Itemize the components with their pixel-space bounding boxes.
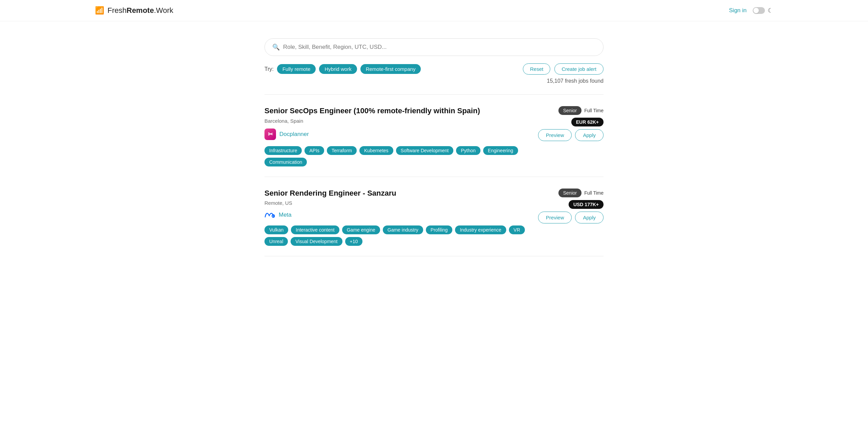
tags-row-1: Infrastructure APIs Terraform Kubernetes… — [264, 146, 529, 166]
type-badge-1: Full Time — [584, 108, 604, 113]
theme-toggle[interactable] — [753, 7, 765, 14]
job-left-2: Senior Rendering Engineer - Sanzaru Remo… — [264, 189, 529, 246]
company-row-2: Meta — [264, 211, 529, 219]
company-logo-1: ✂ — [264, 129, 276, 140]
job-location-1: Barcelona, Spain — [264, 118, 529, 124]
level-badge-1: Senior — [558, 106, 581, 115]
apply-button-1[interactable]: Apply — [575, 129, 604, 141]
create-alert-button[interactable]: Create job alert — [554, 63, 604, 75]
company-name-2[interactable]: Meta — [279, 212, 292, 218]
apply-button-2[interactable]: Apply — [575, 212, 604, 223]
tag-apis[interactable]: APIs — [304, 146, 324, 155]
tag-vr[interactable]: VR — [509, 225, 525, 234]
tag-game-engine[interactable]: Game engine — [342, 225, 380, 234]
tag-visual-development[interactable]: Visual Development — [291, 237, 342, 246]
tag-kubernetes[interactable]: Kubernetes — [359, 146, 393, 155]
job-right-1: Senior Full Time EUR 62K+ Preview Apply — [536, 106, 604, 141]
job-left-1: Senior SecOps Engineer (100% remote-frie… — [264, 106, 529, 166]
main-content: 🔍 Try: Fully remote Hybrid work Remote-f… — [258, 21, 610, 292]
moon-icon: ☾ — [768, 7, 773, 14]
job-title-2: Senior Rendering Engineer - Sanzaru — [264, 189, 529, 198]
search-icon: 🔍 — [272, 43, 280, 51]
tag-python[interactable]: Python — [456, 146, 480, 155]
jobs-count: 15,107 fresh jobs found — [264, 78, 604, 84]
salary-badge-1: EUR 62K+ — [571, 118, 604, 126]
try-chips-area: Try: Fully remote Hybrid work Remote-fir… — [264, 64, 421, 74]
try-label: Try: — [264, 66, 274, 72]
job-location-2: Remote, US — [264, 200, 529, 206]
tag-vulkan[interactable]: Vulkan — [264, 225, 288, 234]
tag-profiling[interactable]: Profiling — [426, 225, 453, 234]
wifi-icon: 📶 — [95, 6, 104, 15]
tag-engineering[interactable]: Engineering — [483, 146, 518, 155]
job-title-1: Senior SecOps Engineer (100% remote-frie… — [264, 106, 529, 116]
tag-infrastructure[interactable]: Infrastructure — [264, 146, 302, 155]
level-badge-2: Senior — [558, 189, 581, 197]
action-row-1: Preview Apply — [538, 129, 604, 141]
salary-badge-2: USD 177K+ — [569, 200, 604, 209]
tag-more[interactable]: +10 — [345, 237, 363, 246]
type-badge-2: Full Time — [584, 190, 604, 196]
logo-text: FreshRemote.Work — [107, 6, 173, 15]
tag-game-industry[interactable]: Game industry — [383, 225, 423, 234]
tag-industry-experience[interactable]: Industry experience — [455, 225, 506, 234]
chip-remote-first[interactable]: Remote-first company — [360, 64, 421, 74]
sign-in-link[interactable]: Sign in — [729, 7, 747, 14]
filter-row: Try: Fully remote Hybrid work Remote-fir… — [264, 63, 604, 75]
tag-software-development[interactable]: Software Development — [396, 146, 454, 155]
job-right-2: Senior Full Time USD 177K+ Preview Apply — [536, 189, 604, 223]
company-name-1[interactable]: Docplanner — [279, 131, 309, 138]
chip-fully-remote[interactable]: Fully remote — [277, 64, 316, 74]
action-row-2: Preview Apply — [538, 212, 604, 223]
site-logo: 📶 FreshRemote.Work — [95, 6, 173, 15]
badges-row-2: Senior Full Time — [558, 189, 604, 197]
theme-toggle-wrap: ☾ — [753, 7, 773, 14]
site-header: 📶 FreshRemote.Work Sign in ☾ — [0, 0, 868, 21]
tag-interactive-content[interactable]: Interactive content — [291, 225, 339, 234]
reset-button[interactable]: Reset — [523, 63, 550, 75]
tag-communication[interactable]: Communication — [264, 158, 307, 166]
search-bar: 🔍 — [264, 38, 604, 56]
chip-hybrid-work[interactable]: Hybrid work — [319, 64, 357, 74]
tag-unreal[interactable]: Unreal — [264, 237, 288, 246]
tags-row-2: Vulkan Interactive content Game engine G… — [264, 225, 529, 246]
company-row-1: ✂ Docplanner — [264, 129, 529, 140]
tag-terraform[interactable]: Terraform — [327, 146, 357, 155]
job-card-1: Senior SecOps Engineer (100% remote-frie… — [264, 94, 604, 177]
badges-row-1: Senior Full Time — [558, 106, 604, 115]
preview-button-1[interactable]: Preview — [538, 129, 572, 141]
preview-button-2[interactable]: Preview — [538, 212, 572, 223]
job-card-end-divider — [264, 256, 604, 278]
header-right: Sign in ☾ — [729, 7, 773, 14]
search-input[interactable] — [283, 44, 596, 51]
action-buttons: Reset Create job alert — [523, 63, 604, 75]
job-card-2: Senior Rendering Engineer - Sanzaru Remo… — [264, 177, 604, 256]
company-logo-2 — [264, 211, 275, 219]
